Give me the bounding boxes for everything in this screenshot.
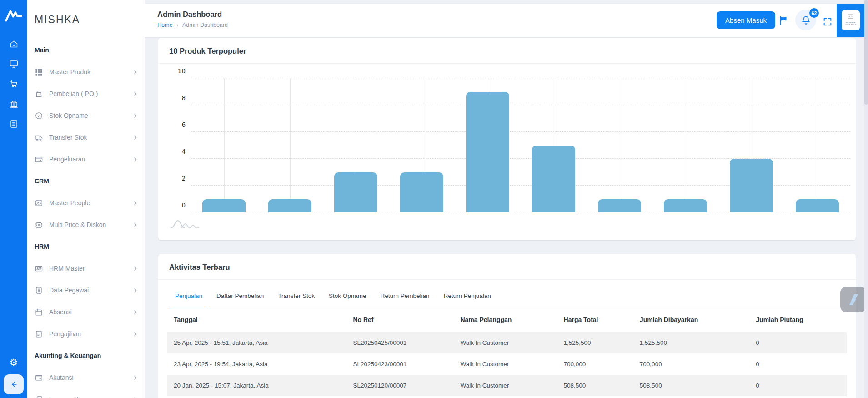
column-header-jumlah-piutang: Jumlah Piutang — [749, 316, 847, 323]
table-cell: Walk In Customer — [454, 361, 557, 368]
table-cell: 25 Apr, 2025 - 15:51, Jakarta, Asia — [167, 339, 346, 346]
tab-stok-opname[interactable]: Stok Opname — [323, 286, 372, 307]
breadcrumb-separator: › — [176, 22, 178, 28]
sidebar-item-label: Transfer Stok — [49, 134, 126, 141]
notification-count-badge: 62 — [809, 8, 819, 18]
table-cell: 508,500 — [633, 382, 749, 389]
y-axis-tick-label: 6 — [166, 121, 186, 128]
sidebar-item-laporan-keuangan[interactable]: Laporan Keuangan — [35, 388, 138, 398]
rail-button-monitor[interactable] — [5, 55, 23, 75]
sidebar-item-pengeluaran[interactable]: Pengeluaran — [35, 148, 138, 170]
tab-return-penjualan[interactable]: Return Penjualan — [438, 286, 497, 307]
bar-series-item-7 — [598, 199, 642, 213]
sidebar-item-label: Stok Opname — [49, 112, 126, 119]
chevron-right-icon — [132, 200, 138, 206]
chevron-right-icon — [132, 287, 138, 293]
scrollbar-thumb[interactable] — [864, 0, 868, 105]
tab-daftar-pembelian[interactable]: Daftar Pembelian — [211, 286, 270, 307]
sidebar-collapse-button[interactable] — [4, 374, 24, 394]
truck-icon — [35, 133, 43, 142]
table-cell: Walk In Customer — [454, 339, 557, 346]
page-title: Admin Dashboard — [157, 10, 222, 19]
check-circle-icon — [35, 111, 43, 120]
rail-button-bank[interactable] — [5, 95, 23, 115]
bar-series-item-9 — [730, 159, 773, 212]
document-icon — [35, 330, 43, 338]
sidebar-item-label: Akutansi — [49, 374, 126, 381]
sidebar-item-stok-opname[interactable]: Stok Opname — [35, 105, 138, 126]
sidebar-item-label: Pengajihan — [49, 330, 126, 338]
sidebar-item-hrm-master[interactable]: HRM Master — [35, 257, 138, 279]
notifications-button[interactable]: 62 — [795, 10, 816, 30]
sidebar-item-label: Master Produk — [49, 68, 126, 76]
chevron-right-icon — [132, 222, 138, 228]
table-cell: 0 — [749, 361, 847, 368]
breadcrumb-current: Admin Dashboard — [182, 22, 228, 28]
bag-icon — [35, 90, 43, 98]
chevron-right-icon — [132, 375, 138, 381]
chart-vertical-gridline — [620, 78, 620, 212]
rail-button-list[interactable] — [5, 115, 23, 135]
table-cell: SL20250120/00007 — [346, 382, 454, 389]
table-cell: 1,525,500 — [557, 339, 633, 346]
chart-vertical-gridline — [818, 78, 818, 212]
fullscreen-icon[interactable] — [823, 17, 833, 29]
chevron-right-icon — [132, 266, 138, 272]
activity-table: TanggalNo RefNama PelangganHarga TotalJu… — [167, 307, 847, 396]
sidebar-item-akutansi[interactable]: Akutansi — [35, 367, 138, 388]
bar-series-item-3 — [334, 172, 378, 213]
recent-activity-card: Aktivitas Terbaru PenjualanDaftar Pembel… — [158, 254, 856, 398]
sidebar-section-crm: CRM — [35, 170, 138, 192]
table-cell: 508,500 — [557, 382, 633, 389]
sidebar-item-data-pegawai[interactable]: Data Pegawai — [35, 279, 138, 301]
tab-penjualan[interactable]: Penjualan — [169, 286, 208, 307]
sidebar-item-transfer-stok[interactable]: Transfer Stok — [35, 126, 138, 148]
rail-button-cart[interactable] — [5, 75, 23, 95]
bar-series-item-1 — [202, 199, 246, 213]
sidebar-item-label: Pembelian ( PO ) — [49, 90, 126, 97]
sidebar-item-multi-price-diskon[interactable]: Multi Price & Diskon — [35, 214, 138, 236]
y-axis-tick-label: 10 — [166, 67, 186, 75]
gear-icon[interactable]: ⚙ — [10, 358, 18, 367]
sidebar: MISHKA MainMaster ProdukPembelian ( PO )… — [27, 0, 145, 398]
tab-transfer-stok[interactable]: Transfer Stok — [272, 286, 321, 307]
sidebar-item-master-produk[interactable]: Master Produk — [35, 61, 138, 83]
cart-icon — [9, 79, 19, 91]
arrow-left-icon — [9, 380, 18, 389]
sidebar-item-master-people[interactable]: Master People — [35, 192, 138, 214]
user-avatar[interactable]: NO IMAGE AVAILABLE — [837, 4, 864, 37]
rail-button-home[interactable] — [5, 35, 23, 55]
sidebar-item-pengajihan[interactable]: Pengajihan — [35, 323, 138, 345]
sidebar-item-label: HRM Master — [49, 265, 126, 272]
grid-icon — [35, 68, 43, 76]
chat-widget-button[interactable] — [840, 287, 866, 312]
breadcrumb-home-link[interactable]: Home — [157, 22, 172, 28]
mishka-logo-icon[interactable] — [4, 7, 23, 23]
absen-masuk-button[interactable]: Absen Masuk — [717, 11, 775, 29]
activity-card-header: Aktivitas Terbaru — [158, 254, 856, 280]
flag-icon[interactable] — [778, 15, 789, 28]
chevron-right-icon — [132, 113, 138, 119]
sidebar-item-label: Laporan Keuangan — [49, 396, 126, 398]
table-cell: 20 Jan, 2025 - 15:07, Jakarta, Asia — [167, 382, 346, 389]
tab-return-pembelian[interactable]: Return Pembelian — [374, 286, 435, 307]
bar-series-item-2 — [268, 199, 312, 213]
sidebar-section-hrm: HRM — [35, 236, 138, 257]
page-scrollbar[interactable] — [864, 0, 868, 398]
sidebar-item-absensi[interactable]: Absensi — [35, 301, 138, 323]
y-axis-tick-label: 0 — [166, 202, 186, 209]
image-placeholder-icon — [847, 14, 854, 20]
table-cell: 1,525,500 — [633, 339, 749, 346]
y-axis-tick-label: 4 — [166, 148, 186, 155]
chart-vertical-gridline — [290, 78, 291, 212]
chart-vertical-gridline — [224, 78, 225, 212]
activity-tabs: PenjualanDaftar PembelianTransfer StokSt… — [169, 285, 845, 307]
monitor-icon — [9, 59, 19, 71]
person-card-icon — [35, 199, 43, 207]
chevron-right-icon — [132, 69, 138, 75]
chart-card-title: 10 Produk Terpopuler — [158, 38, 856, 55]
sidebar-item-pembelian-po[interactable]: Pembelian ( PO ) — [35, 83, 138, 105]
list-icon — [9, 119, 19, 131]
table-cell: Walk In Customer — [454, 382, 557, 389]
column-header-harga-total: Harga Total — [557, 316, 633, 323]
